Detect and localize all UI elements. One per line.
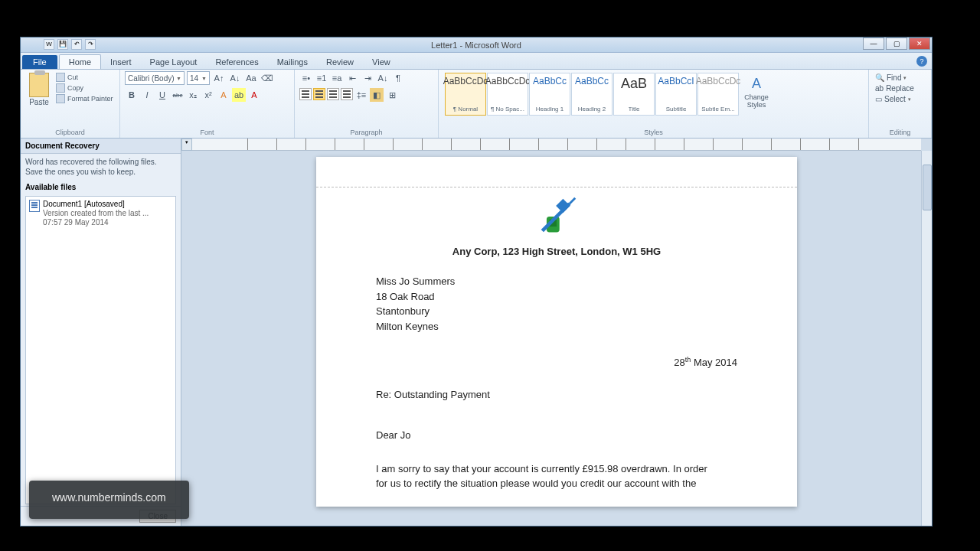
find-button[interactable]: 🔍Find▾ [875,73,925,82]
tab-home[interactable]: Home [59,54,101,69]
word-icon[interactable]: W [44,39,54,50]
undo-icon[interactable]: ↶ [71,39,82,50]
show-marks-button[interactable]: ¶ [391,71,405,85]
document-icon [29,200,40,212]
font-color-button[interactable]: A [247,88,261,102]
align-left-button[interactable] [299,88,312,100]
styles-group-label: Styles [439,129,868,136]
bold-button[interactable]: B [125,88,139,102]
chevron-down-icon: ▼ [176,76,181,81]
copy-button[interactable]: Copy [56,83,113,93]
group-paragraph: ≡• ≡1 ≡a ⇤ ⇥ A↓ ¶ ‡≡ ◧ ⊞ Paragraph [295,70,439,138]
style-item[interactable]: AaBbCcDc¶ Normal [445,73,486,116]
recovery-file-name: Document1 [Autosaved] [43,200,149,209]
superscript-button[interactable]: x² [201,88,215,102]
recovery-message: Word has recovered the following files. … [21,154,181,180]
group-font: Calibri (Body)▼ 14▼ A↑ A↓ Aa ⌫ B I U abc… [120,70,295,138]
ruler-toggle[interactable]: ▾ [181,139,192,151]
help-icon[interactable]: ? [916,56,927,67]
redo-icon[interactable]: ↷ [85,39,96,50]
format-painter-button[interactable]: Format Painter [56,94,113,103]
shading-button[interactable]: ◧ [370,88,384,102]
watermark-overlay: www.numberminds.com [29,481,189,519]
style-item[interactable]: AaBbCcHeading 1 [529,73,570,116]
page-scroll[interactable]: Any Corp, 123 High Street, London, W1 5H… [192,151,921,526]
tab-view[interactable]: View [363,55,400,69]
bullets-button[interactable]: ≡• [299,71,313,85]
numbering-button[interactable]: ≡1 [315,71,328,85]
svg-rect-3 [556,199,570,213]
borders-button[interactable]: ⊞ [385,88,399,102]
style-item[interactable]: AaBbCcISubtitle [655,73,697,116]
addr-line: Miss Jo Summers [376,274,737,289]
font-name-select[interactable]: Calibri (Body)▼ [125,71,185,85]
chevron-down-icon: ▼ [201,76,207,81]
maximize-button[interactable]: ▢ [886,37,907,50]
font-size-select[interactable]: 14▼ [187,71,210,85]
paste-icon [29,73,49,97]
font-group-label: Font [120,129,294,136]
style-item[interactable]: AaBbCcDc¶ No Spac... [487,73,528,116]
clear-format-button[interactable]: ⌫ [260,71,274,85]
subscript-button[interactable]: x₂ [186,88,200,102]
align-center-button[interactable] [313,88,325,100]
select-icon: ▭ [875,95,882,103]
paste-button[interactable]: Paste [25,71,53,106]
titlebar: W 💾 ↶ ↷ Letter1 - Microsoft Word — ▢ ✕ [21,37,932,53]
sort-button[interactable]: A↓ [376,71,390,85]
style-item[interactable]: AaBTitle [613,73,655,116]
recovery-file-item[interactable]: Document1 [Autosaved] Version created fr… [29,200,172,227]
select-button[interactable]: ▭Select▾ [875,95,925,103]
page-body: Any Corp, 123 High Street, London, W1 5H… [316,187,797,507]
line-spacing-button[interactable]: ‡≡ [354,88,368,102]
grow-font-button[interactable]: A↑ [212,71,226,85]
inc-indent-button[interactable]: ⇥ [361,71,374,85]
subject-line: Re: Outstanding Payment [376,387,737,403]
dec-indent-button[interactable]: ⇤ [345,71,359,85]
word-window: W 💾 ↶ ↷ Letter1 - Microsoft Word — ▢ ✕ F… [20,37,933,527]
tab-review[interactable]: Review [317,55,363,69]
strike-button[interactable]: abc [171,88,185,102]
close-button[interactable]: ✕ [909,37,930,50]
style-item[interactable]: AaBbCcDcSubtle Em... [697,73,739,116]
multilevel-button[interactable]: ≡a [330,71,344,85]
tab-insert[interactable]: Insert [101,55,141,69]
file-tab[interactable]: File [22,55,57,69]
vertical-scrollbar[interactable] [921,151,932,526]
tab-page-layout[interactable]: Page Layout [141,55,207,69]
tab-mailings[interactable]: Mailings [268,55,317,69]
window-title: Letter1 - Microsoft Word [431,41,521,50]
company-address: Any Corp, 123 High Street, London, W1 5H… [376,244,737,259]
tab-references[interactable]: References [206,55,267,69]
save-icon[interactable]: 💾 [57,39,68,50]
document-area: ▾ Page 1 [181,139,932,526]
change-case-button[interactable]: Aa [244,71,258,85]
italic-button[interactable]: I [140,88,154,102]
recipient-address: Miss Jo Summers 18 Oak Road Stantonbury … [376,274,737,334]
scrollbar-thumb[interactable] [923,165,932,210]
quick-access-toolbar: W 💾 ↶ ↷ [44,39,96,50]
svg-line-4 [570,198,575,204]
window-controls: — ▢ ✕ [863,37,930,50]
underline-button[interactable]: U [155,88,169,102]
chevron-down-icon: ▾ [908,96,911,103]
text-effects-button[interactable]: A [217,88,230,102]
style-item[interactable]: AaBbCcHeading 2 [571,73,612,116]
highlight-button[interactable]: ab [232,88,246,102]
document-page[interactable]: Any Corp, 123 High Street, London, W1 5H… [316,157,797,507]
change-styles-icon: A [746,73,767,94]
align-right-button[interactable] [327,88,339,100]
shrink-font-button[interactable]: A↓ [228,71,242,85]
group-styles: AaBbCcDc¶ NormalAaBbCcDc¶ No Spac...AaBb… [439,70,869,138]
page-header-area [316,157,797,187]
justify-button[interactable] [341,88,353,100]
addr-line: 18 Oak Road [376,289,737,305]
replace-button[interactable]: abReplace [875,84,925,93]
change-styles-button[interactable]: A Change Styles [740,71,773,109]
minimize-button[interactable]: — [863,37,884,50]
cut-button[interactable]: Cut [56,73,113,82]
horizontal-ruler[interactable] [192,139,921,151]
copy-icon [56,83,65,93]
replace-icon: ab [875,84,884,93]
recovery-available-label: Available files [21,180,181,194]
